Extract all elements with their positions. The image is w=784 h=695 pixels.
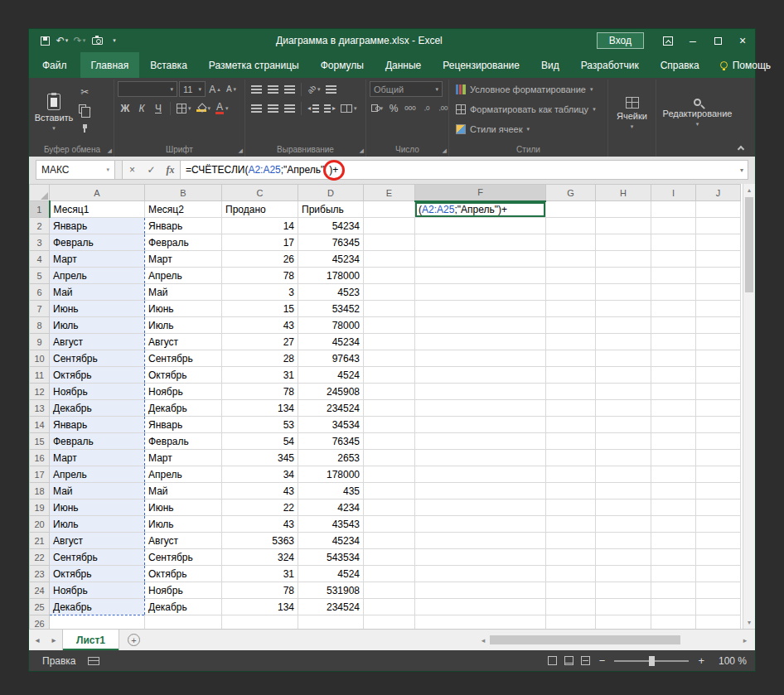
- cell-B26[interactable]: [145, 615, 222, 630]
- tab-Разметка страницы[interactable]: Разметка страницы: [198, 52, 310, 78]
- close-button[interactable]: ×: [730, 29, 755, 52]
- cell-F11[interactable]: [415, 367, 546, 384]
- cell-C17[interactable]: 34: [222, 466, 298, 483]
- tab-Вид[interactable]: Вид: [530, 52, 570, 78]
- scroll-up-icon[interactable]: ▴: [743, 184, 755, 196]
- cell-D8[interactable]: 78000: [298, 317, 364, 334]
- cell-H7[interactable]: [596, 301, 651, 317]
- cell-G17[interactable]: [546, 466, 596, 483]
- cell-I6[interactable]: [651, 284, 696, 301]
- cell-B18[interactable]: Май: [145, 483, 222, 500]
- cell-J10[interactable]: [696, 350, 741, 367]
- cell-A19[interactable]: Июнь: [50, 500, 145, 516]
- cell-E14[interactable]: [364, 417, 415, 433]
- cell-J21[interactable]: [696, 533, 741, 549]
- cell-D2[interactable]: 54234: [298, 218, 364, 234]
- cell-F14[interactable]: [415, 417, 546, 433]
- maximize-button[interactable]: [705, 29, 730, 52]
- tab-Справка[interactable]: Справка: [650, 52, 710, 78]
- cell-C21[interactable]: 5363: [222, 533, 298, 549]
- previous-sheet-button[interactable]: ◂: [29, 630, 46, 650]
- cell-A20[interactable]: Июль: [50, 516, 145, 533]
- cell-A23[interactable]: Октябрь: [50, 566, 145, 582]
- cell-D18[interactable]: 435: [298, 483, 364, 500]
- cell-H15[interactable]: [596, 433, 651, 450]
- cells-button[interactable]: Ячейки ▾: [612, 81, 652, 157]
- cell-I22[interactable]: [651, 549, 696, 566]
- cell-D3[interactable]: 76345: [298, 234, 364, 251]
- cell-G7[interactable]: [546, 301, 596, 317]
- cell-J12[interactable]: [696, 384, 741, 400]
- cell-B19[interactable]: Июнь: [145, 500, 222, 516]
- cell-H6[interactable]: [596, 284, 651, 301]
- sheet-tab-list1[interactable]: Лист1: [62, 630, 119, 650]
- merge-center-button[interactable]: ▾: [339, 100, 359, 116]
- cell-D19[interactable]: 4234: [298, 500, 364, 516]
- cell-J17[interactable]: [696, 466, 741, 483]
- cell-styles-button[interactable]: Стили ячеек▾: [452, 121, 604, 138]
- cell-I18[interactable]: [651, 483, 696, 500]
- bold-button[interactable]: Ж: [118, 100, 133, 116]
- page-break-view-button[interactable]: [581, 656, 590, 665]
- horizontal-scrollbar[interactable]: ◂ ▸: [477, 630, 755, 650]
- row-header-6[interactable]: 6: [30, 284, 50, 301]
- cell-D25[interactable]: 234524: [298, 599, 364, 615]
- cell-B13[interactable]: Декабрь: [145, 400, 222, 417]
- cell-D15[interactable]: 76345: [298, 433, 364, 450]
- cell-I12[interactable]: [651, 384, 696, 400]
- cell-J2[interactable]: [696, 218, 741, 234]
- tab-Формулы[interactable]: Формулы: [310, 52, 375, 78]
- cell-A6[interactable]: Май: [50, 284, 145, 301]
- shrink-font-button[interactable]: А▾: [224, 81, 239, 97]
- cell-G21[interactable]: [546, 533, 596, 549]
- cell-G22[interactable]: [546, 549, 596, 566]
- cell-D26[interactable]: [298, 615, 364, 630]
- cell-C14[interactable]: 53: [222, 417, 298, 433]
- cell-A24[interactable]: Ноябрь: [50, 582, 145, 599]
- format-painter-button[interactable]: [77, 118, 93, 134]
- fill-color-button[interactable]: ▾: [195, 100, 213, 116]
- cell-G5[interactable]: [546, 268, 596, 284]
- cell-D24[interactable]: 531908: [298, 582, 364, 599]
- cell-I25[interactable]: [651, 599, 696, 615]
- wrap-text-button[interactable]: [324, 81, 339, 97]
- tell-me-button[interactable]: Помощь: [710, 52, 781, 78]
- cell-J11[interactable]: [696, 367, 741, 384]
- cell-H13[interactable]: [596, 400, 651, 417]
- cancel-button[interactable]: ×: [123, 161, 142, 179]
- cell-H4[interactable]: [596, 251, 651, 268]
- cell-I11[interactable]: [651, 367, 696, 384]
- format-as-table-button[interactable]: Форматировать как таблицу▾: [452, 101, 604, 118]
- cell-E6[interactable]: [364, 284, 415, 301]
- cell-J5[interactable]: [696, 268, 741, 284]
- cell-E4[interactable]: [364, 251, 415, 268]
- cell-J15[interactable]: [696, 433, 741, 450]
- cell-F1[interactable]: (A2:A25;"Апрель")+: [415, 201, 546, 218]
- cell-I4[interactable]: [651, 251, 696, 268]
- accounting-format-button[interactable]: ▾: [370, 100, 385, 116]
- copy-button[interactable]: ▾: [77, 101, 93, 117]
- cell-C8[interactable]: 43: [222, 317, 298, 334]
- macro-record-icon[interactable]: [88, 657, 99, 665]
- cell-C24[interactable]: 78: [222, 582, 298, 599]
- cell-G15[interactable]: [546, 433, 596, 450]
- cell-F8[interactable]: [415, 317, 546, 334]
- cell-A25[interactable]: Декабрь: [50, 599, 145, 615]
- cell-J1[interactable]: [696, 201, 741, 218]
- row-header-12[interactable]: 12: [30, 384, 50, 400]
- row-header-21[interactable]: 21: [30, 533, 50, 549]
- cell-D17[interactable]: 178000: [298, 466, 364, 483]
- cell-B4[interactable]: Март: [145, 251, 222, 268]
- cell-D9[interactable]: 45234: [298, 334, 364, 350]
- cell-D16[interactable]: 2653: [298, 450, 364, 466]
- scroll-down-icon[interactable]: ▾: [743, 616, 755, 629]
- font-size-combo[interactable]: 11▾: [179, 81, 206, 97]
- cell-I23[interactable]: [651, 566, 696, 582]
- percent-style-button[interactable]: %: [386, 100, 401, 116]
- cell-H1[interactable]: [596, 201, 651, 218]
- zoom-level[interactable]: 100 %: [714, 655, 747, 667]
- cell-A3[interactable]: Февраль: [50, 234, 145, 251]
- save-button[interactable]: [37, 31, 52, 50]
- cell-I16[interactable]: [651, 450, 696, 466]
- row-header-2[interactable]: 2: [30, 218, 50, 234]
